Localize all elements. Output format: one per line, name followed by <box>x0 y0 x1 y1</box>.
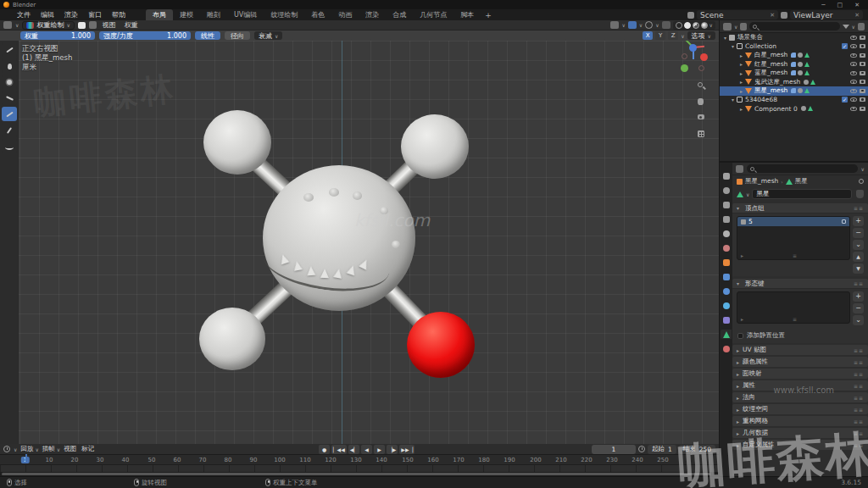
options-dropdown[interactable]: 选项 ∨ <box>687 31 715 40</box>
frame-tick-label[interactable]: 230 <box>606 457 617 463</box>
vertex-group-specials-button[interactable]: ⌄ <box>853 240 864 250</box>
frame-tick-label[interactable]: 60 <box>174 457 181 463</box>
frame-tick-label[interactable]: 90 <box>250 457 258 463</box>
frame-tick-label[interactable]: 150 <box>402 457 413 463</box>
hide-eye-icon[interactable] <box>850 44 857 48</box>
collection-checkbox[interactable]: ✓ <box>842 97 848 103</box>
list-filter-icon[interactable]: ▸ <box>741 316 743 322</box>
properties-tab[interactable] <box>721 186 732 195</box>
rendered-shading-icon[interactable] <box>701 22 708 29</box>
panel-menu-icon[interactable]: ≡≡ <box>854 383 864 389</box>
frame-tick-label[interactable]: 20 <box>71 457 79 463</box>
outliner-row[interactable]: ▸ Component 0 ✓ <box>720 104 868 114</box>
expand-arrow-icon[interactable]: ▸ <box>738 88 744 94</box>
wireframe-shading-icon[interactable] <box>676 22 682 29</box>
properties-tab[interactable] <box>721 272 732 281</box>
scrollbar-thumb[interactable] <box>2 473 710 475</box>
frame-tick-label[interactable]: 200 <box>530 457 541 463</box>
menu-item[interactable]: 渲染 <box>59 10 83 19</box>
properties-tab[interactable] <box>721 243 732 252</box>
properties-tab[interactable] <box>721 330 732 339</box>
workspace-tab[interactable]: 建模 <box>173 9 200 20</box>
vertex-groups-header[interactable]: ▾ 顶点组 ≡≡ <box>732 203 868 214</box>
outliner-row[interactable]: ▾ 53404e68 ✓ <box>720 96 868 105</box>
hide-eye-icon[interactable] <box>850 71 857 75</box>
snap-magnet-icon[interactable] <box>628 21 637 29</box>
expand-arrow-icon[interactable]: ▾ <box>730 97 736 103</box>
panel-menu-icon[interactable]: ≡≡ <box>854 442 864 448</box>
weight-slider[interactable]: 权重 1.000 <box>20 31 95 40</box>
properties-tab[interactable] <box>721 229 732 238</box>
tool-button[interactable] <box>2 107 17 121</box>
symmetry-axis-button[interactable]: Z <box>668 31 678 40</box>
lock-icon[interactable] <box>842 219 846 224</box>
frame-tick-label[interactable]: 30 <box>97 457 104 463</box>
hide-eye-icon[interactable] <box>850 36 857 40</box>
minimize-button[interactable]: ─ <box>821 2 825 8</box>
model-sphere[interactable] <box>199 308 265 370</box>
blend-linear-button[interactable]: 线性 <box>195 31 220 40</box>
collapsed-panel-header[interactable]: ▸ 纹理空间 ≡≡ <box>732 404 868 414</box>
outliner-row[interactable]: ▸ 黑星_mesh ✓ <box>720 86 868 96</box>
timeline-editor-icon[interactable] <box>3 446 10 452</box>
editor-type-icon[interactable] <box>3 21 12 29</box>
panel-menu-icon[interactable]: ≡≡ <box>854 347 864 353</box>
transport-button[interactable]: ▏◀◀ <box>331 445 347 454</box>
vertex-groups-list[interactable]: 5 ▸≡ <box>737 216 850 260</box>
properties-tab[interactable] <box>721 301 732 310</box>
viewport-canvas[interactable]: 正交右视图 (1) 黑星_mesh 厘米 咖啡森林 k <box>0 41 719 444</box>
model-sphere[interactable] <box>203 110 271 175</box>
pin-icon[interactable] <box>859 179 864 184</box>
timeline-menu[interactable]: 插帧 ∨ <box>42 445 60 453</box>
properties-tab[interactable] <box>721 200 732 209</box>
hide-eye-icon[interactable] <box>850 107 857 111</box>
frame-tick-label[interactable]: 190 <box>504 457 515 463</box>
symmetry-axis-button[interactable]: Y <box>655 31 665 40</box>
pan-hand-icon[interactable] <box>697 97 706 107</box>
collapsed-panel-header[interactable]: ▸ 面映射 ≡≡ <box>732 369 868 379</box>
timeline-menu[interactable]: 回放 ∨ <box>20 445 38 453</box>
transport-button[interactable]: ◀ <box>361 445 372 454</box>
disable-render-icon[interactable] <box>860 107 865 111</box>
properties-tab[interactable] <box>721 344 732 353</box>
frame-tick-label[interactable]: 70 <box>199 457 207 463</box>
expand-arrow-icon[interactable]: ▸ <box>738 79 744 85</box>
disable-render-icon[interactable] <box>860 89 865 93</box>
workspace-tab[interactable]: 着色 <box>304 9 331 20</box>
disable-render-icon[interactable] <box>860 53 865 58</box>
camera-view-icon[interactable] <box>697 114 706 123</box>
expand-arrow-icon[interactable]: ▸ <box>738 61 744 67</box>
panel-menu-icon[interactable]: ≡≡ <box>854 430 864 436</box>
properties-tab[interactable] <box>721 286 732 296</box>
unlink-viewlayer-icon[interactable]: ✕ <box>854 12 860 19</box>
breadcrumb-object[interactable]: 黑星_mesh <box>745 177 778 186</box>
hide-eye-icon[interactable] <box>850 89 857 93</box>
navigation-gizmo[interactable] <box>678 44 709 75</box>
timeline-menu[interactable]: 视图 <box>64 445 78 453</box>
move-up-button[interactable]: ▲ <box>853 252 864 262</box>
outliner-row[interactable]: ▾ Collection ✓ <box>720 42 868 52</box>
fake-user-icon[interactable] <box>856 190 864 198</box>
show-overlays-icon[interactable] <box>662 21 670 29</box>
tool-button[interactable] <box>2 91 17 105</box>
frame-tick-label[interactable]: 80 <box>225 457 232 463</box>
transport-button[interactable]: ● <box>319 445 330 454</box>
hide-eye-icon[interactable] <box>850 97 857 102</box>
frame-tick-label[interactable]: 160 <box>427 457 438 463</box>
transport-button[interactable]: ◀▏ <box>348 445 359 454</box>
panel-menu-icon[interactable]: ≡≡ <box>854 419 864 424</box>
new-collection-icon[interactable] <box>858 23 865 30</box>
rest-position-checkbox[interactable] <box>737 333 743 339</box>
falloff-dropdown[interactable]: 衰减 ∨ <box>254 31 282 40</box>
data-name-field[interactable]: 黑星 <box>752 189 852 199</box>
disable-render-icon[interactable] <box>860 71 865 75</box>
workspace-tab[interactable]: UV编辑 <box>227 9 264 20</box>
hide-eye-icon[interactable] <box>850 62 857 66</box>
frame-tick-label[interactable]: 110 <box>299 457 310 463</box>
z-axis-ball[interactable] <box>689 44 697 52</box>
frame-start-field[interactable]: 起始 1 <box>648 445 676 454</box>
y-axis-ball-negative[interactable] <box>698 65 704 71</box>
collection-checkbox[interactable]: ✓ <box>842 43 848 49</box>
collapsed-panel-header[interactable]: ▸ 属性 ≡≡ <box>732 380 868 391</box>
properties-tab[interactable] <box>721 315 732 324</box>
